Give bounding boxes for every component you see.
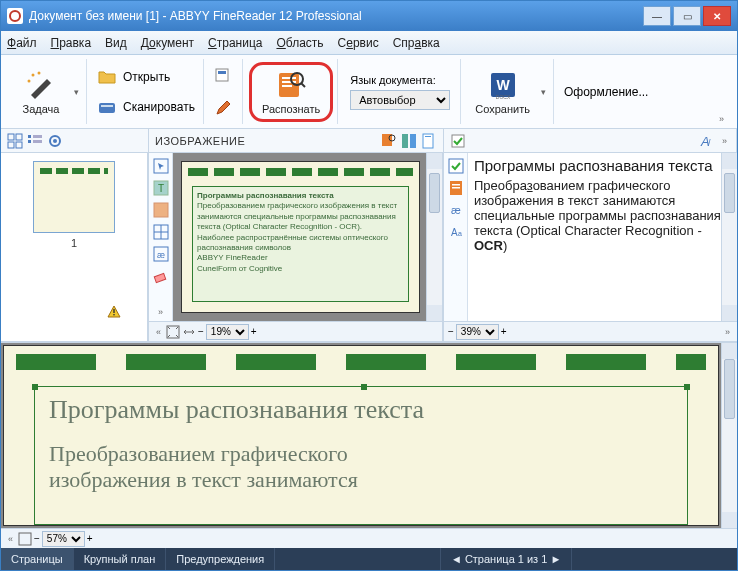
svg-rect-28 <box>410 134 416 148</box>
closeup-zoom-out[interactable]: − <box>34 533 40 544</box>
svg-text:A: A <box>451 227 458 238</box>
status-tab-closeup[interactable]: Крупный план <box>74 548 167 570</box>
menu-help[interactable]: Справка <box>393 36 440 50</box>
fit-page-icon[interactable] <box>166 325 180 339</box>
text-scrollbar-v[interactable] <box>721 153 737 321</box>
recognize-icon <box>275 69 307 101</box>
svg-point-0 <box>32 73 35 76</box>
status-tab-pages[interactable]: Страницы <box>1 548 74 570</box>
svg-rect-35 <box>113 314 114 315</box>
svg-rect-30 <box>425 136 431 137</box>
text-zoom-collapse[interactable]: » <box>722 327 733 337</box>
menu-edit[interactable]: Правка <box>51 36 92 50</box>
closeup-canvas[interactable]: Программы распознавания текста Преобразо… <box>3 345 719 526</box>
ribbon-toolbar: Задача ▾ Открыть Сканировать <box>1 55 737 129</box>
text-zoombar: − 39% + » <box>444 321 737 341</box>
closeup-zoom-select[interactable]: 57% <box>42 531 85 547</box>
text-zoom-select[interactable]: 39% <box>456 324 499 340</box>
menubar: Файл Правка Вид Документ Страница Област… <box>1 31 737 55</box>
menu-page[interactable]: Страница <box>208 36 262 50</box>
read-area-icon[interactable] <box>381 133 397 149</box>
eraser-tool-icon[interactable] <box>152 267 170 285</box>
image-pane-title: ИЗОБРАЖЕНИЕ <box>155 135 245 147</box>
menu-file[interactable]: Файл <box>7 36 37 50</box>
verify-icon[interactable] <box>450 133 466 149</box>
edit-image-button[interactable] <box>210 65 238 89</box>
closeup-zoom-collapse[interactable]: « <box>5 534 16 544</box>
svg-text:T: T <box>157 183 163 194</box>
minimize-button[interactable]: — <box>643 6 671 26</box>
closeup-line-1: Преобразованием графического <box>49 441 673 467</box>
svg-rect-27 <box>402 134 408 148</box>
format-button[interactable]: Оформление... <box>560 83 653 101</box>
closeup-zoom-in[interactable]: + <box>87 533 93 544</box>
analyze-icon[interactable] <box>401 133 417 149</box>
svg-rect-19 <box>28 135 31 138</box>
svg-point-1 <box>38 71 41 74</box>
svg-rect-15 <box>8 134 14 140</box>
select-tool-icon[interactable] <box>152 157 170 175</box>
open-button[interactable]: Открыть <box>93 65 199 89</box>
page-icon[interactable] <box>421 133 437 149</box>
zoom-in[interactable]: + <box>251 326 257 337</box>
zoom-out[interactable]: − <box>198 326 204 337</box>
svg-rect-47 <box>449 159 463 173</box>
panel-toolbar: ИЗОБРАЖЕНИЕ A/ » <box>1 129 737 153</box>
image-zoom-collapse[interactable]: « <box>153 327 164 337</box>
svg-rect-6 <box>218 71 226 74</box>
image-scrollbar-v[interactable] <box>426 153 442 321</box>
text-zoom-in[interactable]: + <box>501 326 507 337</box>
text-area-icon[interactable]: T <box>152 179 170 197</box>
svg-rect-21 <box>28 140 31 143</box>
task-dropdown[interactable]: ▾ <box>71 87 82 97</box>
status-tab-warnings[interactable]: Предупреждения <box>166 548 275 570</box>
closeup-line-2: изображения в текст занимаются <box>49 467 673 493</box>
image-zoom-select[interactable]: 19% <box>206 324 249 340</box>
svg-text:DOCX: DOCX <box>495 94 510 100</box>
view-list-icon[interactable] <box>27 133 43 149</box>
wand-icon <box>25 69 57 101</box>
image-tools-overflow[interactable]: » <box>155 307 166 317</box>
edit-pencil-button[interactable] <box>210 95 238 119</box>
task-label: Задача <box>23 103 60 115</box>
menu-service[interactable]: Сервис <box>338 36 379 50</box>
font-style-icon[interactable]: A/ <box>699 133 715 149</box>
image-canvas[interactable]: Программы распознавания текста Преобразо… <box>173 153 442 321</box>
save-dropdown[interactable]: ▾ <box>538 87 549 97</box>
view-thumbnails-icon[interactable] <box>7 133 23 149</box>
table-area-icon[interactable] <box>152 223 170 241</box>
text-format-icon[interactable]: æ <box>447 201 465 219</box>
menu-view[interactable]: Вид <box>105 36 127 50</box>
recognize-button[interactable]: Распознать <box>254 67 328 117</box>
svg-rect-4 <box>101 105 113 107</box>
lang-select[interactable]: Автовыбор <box>350 90 450 110</box>
scan-button[interactable]: Сканировать <box>93 95 199 119</box>
save-button[interactable]: WDOCX Сохранить <box>467 67 538 117</box>
closeup-scrollbar-v[interactable] <box>721 343 737 528</box>
status-next[interactable]: ► <box>550 553 561 565</box>
ribbon-overflow[interactable]: » <box>716 114 727 124</box>
text-doc-icon[interactable] <box>447 179 465 197</box>
settings-gear-icon[interactable] <box>47 133 63 149</box>
fit-width-icon[interactable] <box>182 325 196 339</box>
recognize-highlight: Распознать <box>249 62 333 122</box>
text-zoom-out[interactable]: − <box>448 326 454 337</box>
text-case-icon[interactable]: Aa <box>447 223 465 241</box>
svg-text:/: / <box>708 138 711 148</box>
text-overflow[interactable]: » <box>719 136 730 146</box>
verify-text-icon[interactable] <box>447 157 465 175</box>
picture-area-icon[interactable] <box>152 201 170 219</box>
svg-rect-39 <box>154 203 168 217</box>
menu-area[interactable]: Область <box>276 36 323 50</box>
page-thumbnail[interactable] <box>33 161 115 233</box>
text-render[interactable]: Программы распознавания текста Преобразо… <box>468 153 737 321</box>
status-prev[interactable]: ◄ <box>451 553 462 565</box>
menu-document[interactable]: Документ <box>141 36 194 50</box>
barcode-area-icon[interactable]: æ <box>152 245 170 263</box>
close-button[interactable]: ✕ <box>703 6 731 26</box>
maximize-button[interactable]: ▭ <box>673 6 701 26</box>
svg-rect-31 <box>452 135 464 147</box>
closeup-fit-icon[interactable] <box>18 532 32 546</box>
status-page-info: Страница 1 из 1 <box>465 553 547 565</box>
task-button[interactable]: Задача <box>11 67 71 117</box>
